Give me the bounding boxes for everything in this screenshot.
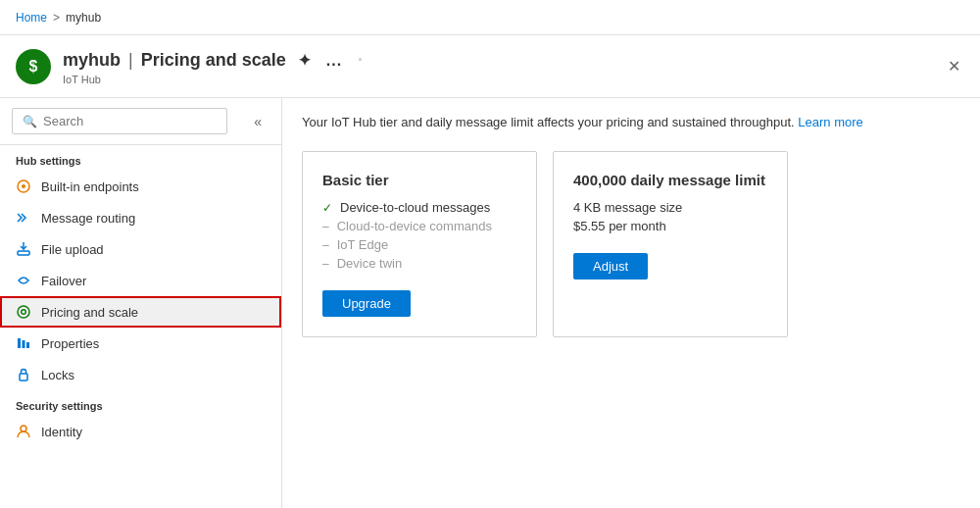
search-box[interactable]: 🔍 <box>12 108 227 134</box>
cards-row: Basic tier ✓ Device-to-cloud messages – … <box>302 151 960 337</box>
feature-label-edge: IoT Edge <box>337 237 389 252</box>
upload-icon <box>16 241 31 257</box>
basic-tier-card: Basic tier ✓ Device-to-cloud messages – … <box>302 151 537 337</box>
scale-price: $5.55 per month <box>573 219 767 233</box>
security-settings-label: Security settings <box>0 390 281 416</box>
sidebar-item-label-properties: Properties <box>41 336 99 351</box>
basic-tier-title: Basic tier <box>322 172 516 188</box>
check-icon: ✓ <box>322 201 332 215</box>
feature-iot-edge: – IoT Edge <box>322 237 516 252</box>
sidebar-item-label-endpoints: Built-in endpoints <box>41 179 139 194</box>
breadcrumb-current: myhub <box>66 11 101 25</box>
svg-point-5 <box>23 311 25 314</box>
upgrade-button[interactable]: Upgrade <box>322 290 411 317</box>
svg-rect-2 <box>18 251 29 255</box>
collapse-sidebar-button[interactable]: « <box>246 110 270 133</box>
scale-card: 400,000 daily message limit 4 KB message… <box>553 151 788 337</box>
scale-card-title: 400,000 daily message limit <box>573 172 767 188</box>
sidebar-item-label-upload: File upload <box>41 242 104 257</box>
svg-rect-7 <box>23 340 25 348</box>
hub-title: myhub | Pricing and scale ✦ ... · <box>63 47 363 74</box>
svg-point-10 <box>21 426 26 432</box>
breadcrumb-bar: Home > myhub <box>0 0 980 35</box>
sidebar-item-message-routing[interactable]: Message routing <box>0 202 281 233</box>
routing-icon <box>16 210 31 226</box>
sidebar-item-pricing-and-scale[interactable]: Pricing and scale <box>0 296 281 328</box>
dot-separator: · <box>358 50 363 71</box>
breadcrumb-separator: > <box>53 11 60 25</box>
failover-icon <box>16 273 31 288</box>
search-icon: 🔍 <box>23 115 37 128</box>
learn-more-link[interactable]: Learn more <box>798 115 862 129</box>
svg-rect-6 <box>18 338 21 348</box>
properties-icon <box>16 335 31 351</box>
scale-message-size: 4 KB message size <box>573 200 767 215</box>
adjust-button[interactable]: Adjust <box>573 253 648 279</box>
feature-device-twin: – Device twin <box>322 256 516 271</box>
hub-icon: $ <box>16 49 51 84</box>
sidebar-item-label-failover: Failover <box>41 274 86 288</box>
breadcrumb-home[interactable]: Home <box>16 11 47 25</box>
more-options-icon[interactable]: ... <box>322 48 346 74</box>
content-notice: Your IoT Hub tier and daily message limi… <box>302 114 960 131</box>
sidebar-item-failover[interactable]: Failover <box>0 265 281 296</box>
hub-settings-label: Hub settings <box>0 145 281 171</box>
feature-device-to-cloud: ✓ Device-to-cloud messages <box>322 200 516 215</box>
sidebar-search-area: 🔍 « <box>0 98 281 145</box>
page-header: $ myhub | Pricing and scale ✦ ... · IoT … <box>0 35 980 98</box>
hub-title-block: myhub | Pricing and scale ✦ ... · IoT Hu… <box>63 47 363 85</box>
sidebar-item-properties[interactable]: Properties <box>0 328 281 359</box>
main-layout: 🔍 « Hub settings Built-in endpoints <box>0 98 980 508</box>
sidebar-item-file-upload[interactable]: File upload <box>0 233 281 265</box>
sidebar: 🔍 « Hub settings Built-in endpoints <box>0 98 282 508</box>
search-input[interactable] <box>43 114 217 128</box>
feature-label-twin: Device twin <box>337 256 402 271</box>
sidebar-item-label-routing: Message routing <box>41 211 135 226</box>
feature-cloud-to-device: – Cloud-to-device commands <box>322 219 516 233</box>
feature-label-ctd: Cloud-to-device commands <box>337 219 492 233</box>
notice-text: Your IoT Hub tier and daily message limi… <box>302 115 795 129</box>
endpoints-icon <box>16 178 31 194</box>
dash-icon-edge: – <box>322 238 329 252</box>
pin-icon[interactable]: ✦ <box>294 47 315 74</box>
svg-rect-8 <box>26 342 29 348</box>
sidebar-item-locks[interactable]: Locks <box>0 359 281 390</box>
locks-icon <box>16 367 31 382</box>
content-area: Your IoT Hub tier and daily message limi… <box>282 98 980 508</box>
header-left: $ myhub | Pricing and scale ✦ ... · IoT … <box>16 47 363 85</box>
hub-name: myhub <box>63 50 121 71</box>
page-title: Pricing and scale <box>141 50 286 71</box>
sidebar-item-label-identity: Identity <box>41 425 82 439</box>
feature-label-dtc: Device-to-cloud messages <box>340 200 490 215</box>
sidebar-item-label-pricing: Pricing and scale <box>41 305 138 320</box>
title-separator: | <box>128 50 133 71</box>
dash-icon-twin: – <box>322 257 329 271</box>
svg-rect-9 <box>20 374 27 381</box>
sidebar-item-label-locks: Locks <box>41 368 74 382</box>
dash-icon-ctd: – <box>322 220 329 233</box>
sidebar-item-identity[interactable]: Identity <box>0 416 281 447</box>
hub-subtitle: IoT Hub <box>63 74 363 85</box>
close-icon[interactable]: ✕ <box>944 53 964 79</box>
svg-point-1 <box>22 184 25 188</box>
header-actions: ✕ <box>944 53 964 79</box>
sidebar-item-built-in-endpoints[interactable]: Built-in endpoints <box>0 171 281 202</box>
breadcrumb: Home > myhub <box>16 11 101 25</box>
pricing-icon <box>16 304 31 320</box>
identity-icon <box>16 424 31 439</box>
